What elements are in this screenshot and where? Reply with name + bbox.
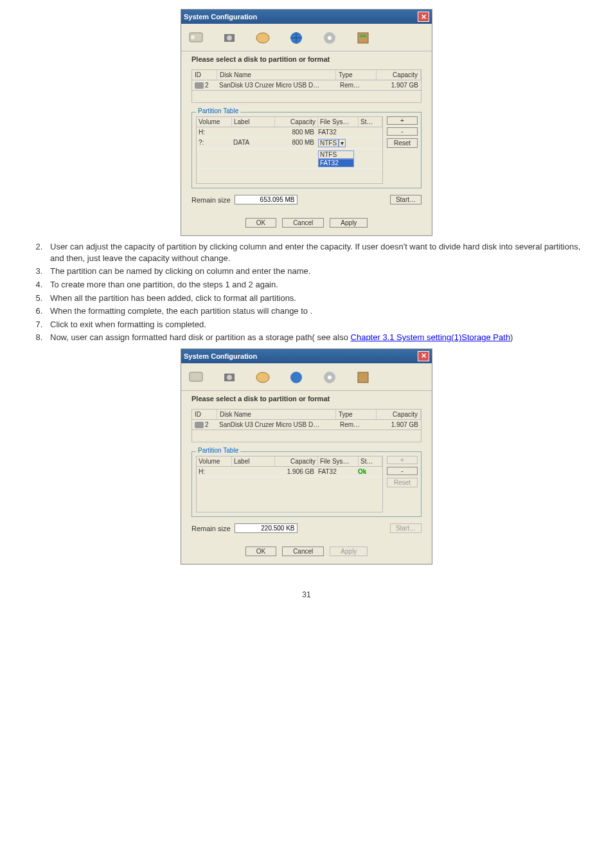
titlebar[interactable]: System Configuration ✕ <box>181 10 432 24</box>
partition-table-legend: Partition Table <box>196 447 240 454</box>
svg-point-16 <box>328 375 332 379</box>
list-item: To create more than one partition, do th… <box>45 279 594 291</box>
add-partition-button: + <box>387 456 418 464</box>
cancel-button[interactable]: Cancel <box>282 547 324 556</box>
toolbar <box>181 363 432 391</box>
dialog-title: System Configuration <box>184 13 418 21</box>
svg-rect-9 <box>360 35 366 37</box>
svg-point-4 <box>256 33 269 43</box>
svg-point-13 <box>256 372 269 383</box>
tab-schedule-icon[interactable] <box>252 367 274 386</box>
ok-button[interactable]: OK <box>245 218 276 228</box>
partition-table-fieldset: Partition Table Volume Label Capacity Fi… <box>191 112 422 188</box>
svg-point-14 <box>290 372 302 383</box>
remove-partition-button[interactable]: - <box>387 467 418 475</box>
col-id[interactable]: ID <box>192 70 217 80</box>
tab-schedule-icon[interactable] <box>252 28 274 47</box>
col-type[interactable]: Type <box>336 410 377 419</box>
col-status[interactable]: St… <box>359 457 382 466</box>
partition-row[interactable]: H: 800 MB FAT32 <box>197 127 382 138</box>
tab-storage-icon[interactable] <box>352 367 374 386</box>
sysconfig-dialog-B: System Configuration ✕ Please select a d… <box>181 348 432 565</box>
col-capacity[interactable]: Capacity <box>275 457 318 466</box>
disk-icon <box>195 422 204 428</box>
toolbar <box>181 24 432 51</box>
col-id[interactable]: ID <box>192 410 217 419</box>
reset-button[interactable]: Reset <box>387 138 418 148</box>
filesys-dropdown[interactable]: NTFS <box>318 139 339 147</box>
remove-partition-button[interactable]: - <box>387 127 418 136</box>
list-item: Click to exit when formatting is complet… <box>45 319 594 330</box>
fs-option[interactable]: FAT32 <box>318 159 354 167</box>
close-icon[interactable]: ✕ <box>418 12 429 22</box>
col-type[interactable]: Type <box>336 70 377 80</box>
col-capacity[interactable]: Capacity <box>377 410 421 419</box>
col-capacity[interactable]: Capacity <box>275 117 318 127</box>
col-label[interactable]: Label <box>232 117 275 127</box>
cancel-button[interactable]: Cancel <box>282 218 324 228</box>
chevron-down-icon[interactable]: ▾ <box>339 139 346 147</box>
tab-camera-icon[interactable] <box>218 367 240 386</box>
col-capacity[interactable]: Capacity <box>377 70 421 80</box>
remain-label: Remain size <box>191 525 231 532</box>
partition-row[interactable]: H: 1.906 GB FAT32 Ok <box>197 467 382 477</box>
tab-general-icon[interactable] <box>185 367 207 386</box>
partition-row[interactable]: ?: DATA 800 MB NTFS▾ <box>197 138 382 149</box>
apply-button: Apply <box>330 547 368 556</box>
col-volume[interactable]: Volume <box>197 457 232 466</box>
svg-rect-17 <box>358 372 368 383</box>
svg-point-1 <box>191 35 195 39</box>
col-filesys[interactable]: File Sys… <box>318 457 359 466</box>
list-item: When all the partition has been added, c… <box>45 293 594 304</box>
disk-row[interactable]: 2 SanDisk U3 Cruzer Micro USB D… Rem… 1.… <box>191 80 422 91</box>
list-item: When the formatting complete, the each p… <box>45 305 594 317</box>
tab-storage-icon[interactable] <box>352 28 374 47</box>
instruction: Please select a disk to partition or for… <box>181 51 432 69</box>
remain-label: Remain size <box>191 196 231 204</box>
apply-button[interactable]: Apply <box>330 218 368 228</box>
col-volume[interactable]: Volume <box>197 117 232 127</box>
ok-button[interactable]: OK <box>245 547 276 556</box>
col-diskname[interactable]: Disk Name <box>217 70 336 80</box>
svg-point-7 <box>328 36 332 40</box>
tab-camera-icon[interactable] <box>218 28 240 47</box>
remain-size-field <box>235 195 298 204</box>
instruction: Please select a disk to partition or for… <box>181 391 432 409</box>
tab-network-icon[interactable] <box>285 367 307 386</box>
disk-row[interactable]: 2 SanDisk U3 Cruzer Micro USB D… Rem… 1.… <box>191 420 422 430</box>
instruction-list: User can adjust the capacity of partitio… <box>19 241 594 343</box>
reset-button: Reset <box>387 478 418 487</box>
start-button: Start… <box>390 523 422 533</box>
list-item: The partition can be named by clicking o… <box>45 266 594 277</box>
svg-rect-10 <box>190 372 202 381</box>
dialog-title: System Configuration <box>184 352 418 360</box>
tab-network-icon[interactable] <box>285 28 307 47</box>
svg-point-12 <box>227 375 232 380</box>
list-item: User can adjust the capacity of partitio… <box>45 241 594 264</box>
list-item: Now, user can assign formatted hard disk… <box>45 332 594 343</box>
disk-list: ID Disk Name Type Capacity 2 SanDisk U3 … <box>191 409 422 442</box>
disk-icon <box>195 82 204 89</box>
col-label[interactable]: Label <box>232 457 275 466</box>
remain-size-field <box>235 523 298 533</box>
col-diskname[interactable]: Disk Name <box>217 410 336 419</box>
tab-general-icon[interactable] <box>185 28 207 47</box>
partition-table-fieldset: Partition Table Volume Label Capacity Fi… <box>191 451 422 517</box>
partition-table-legend: Partition Table <box>196 107 240 114</box>
sysconfig-dialog-A: System Configuration ✕ Please select a d… <box>181 9 432 236</box>
tab-backup-icon[interactable] <box>319 367 341 386</box>
fs-option[interactable]: NTFS <box>318 150 354 159</box>
col-filesys[interactable]: File Sys… <box>318 117 359 127</box>
add-partition-button[interactable]: + <box>387 116 418 125</box>
svg-rect-8 <box>358 33 368 43</box>
titlebar[interactable]: System Configuration ✕ <box>181 349 432 363</box>
status-ok: Ok <box>356 467 379 476</box>
close-icon[interactable]: ✕ <box>418 351 429 361</box>
disk-list: ID Disk Name Type Capacity 2 SanDisk U3 … <box>191 69 422 103</box>
col-status[interactable]: St… <box>359 117 382 127</box>
tab-backup-icon[interactable] <box>319 28 341 47</box>
chapter-link[interactable]: Chapter 3.1 System setting(1)Storage Pat… <box>351 332 511 342</box>
page-number: 31 <box>19 590 594 599</box>
start-button[interactable]: Start… <box>390 195 422 204</box>
svg-point-3 <box>227 35 232 41</box>
